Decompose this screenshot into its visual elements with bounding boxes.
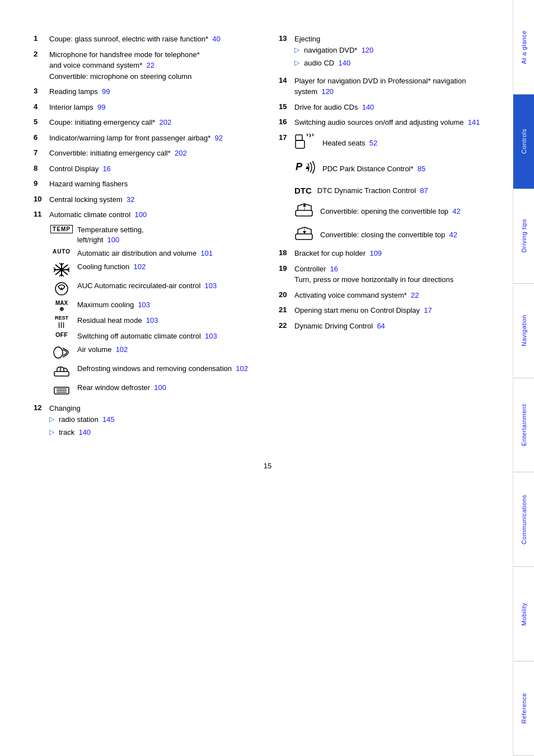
list-item: 4 Interior lamps 99 bbox=[34, 102, 256, 113]
sidebar-tab-entertainment[interactable]: Entertainment bbox=[513, 378, 534, 473]
sub-arrow-item: ▷ radio station 145 bbox=[49, 414, 256, 425]
sub-arrow-item: ▷ track 140 bbox=[49, 427, 256, 438]
item-content: Switching audio sources on/off and adjus… bbox=[294, 117, 502, 128]
item-content: Bracket for cup holder 109 bbox=[294, 248, 502, 259]
sidebar-tab-label: Reference bbox=[521, 689, 527, 727]
item-number: 22 bbox=[279, 321, 294, 332]
sidebar-tab-label: Navigation bbox=[521, 311, 527, 350]
list-item: 8 Control Display 16 bbox=[34, 163, 256, 175]
item-number: 3 bbox=[34, 86, 49, 97]
list-item: 14 Player for navigation DVD in Professi… bbox=[279, 76, 502, 97]
climate-sub-item: Rear window defroster 100 bbox=[49, 383, 256, 398]
item-content: Drive for audio CDs 140 bbox=[294, 102, 502, 113]
item-content: Interior lamps 99 bbox=[49, 102, 256, 113]
svg-point-15 bbox=[54, 347, 63, 358]
arrow-icon: ▷ bbox=[294, 58, 299, 69]
sub-label: Defrosting windows and removing condensa… bbox=[77, 364, 248, 374]
sidebar-tab-mobility[interactable]: Mobility bbox=[513, 567, 534, 661]
svg-text:P: P bbox=[296, 161, 303, 172]
climate-sub-items: TEMP Temperature setting,left/right 100 … bbox=[49, 225, 256, 399]
air-volume-icon bbox=[49, 345, 74, 360]
off-icon: OFF bbox=[49, 331, 74, 338]
dtc-icon: DTC bbox=[294, 185, 312, 198]
list-item: 20 Activating voice command system* 22 bbox=[279, 290, 502, 301]
item-content: Automatic climate control 100 bbox=[49, 209, 256, 220]
list-item: 17 bbox=[279, 133, 502, 244]
list-item: 16 Switching audio sources on/off and ad… bbox=[279, 117, 502, 128]
item-number: 1 bbox=[34, 34, 49, 45]
sub-label: Residual heat mode 103 bbox=[77, 316, 158, 326]
list-item: 22 Dynamic Driving Control 64 bbox=[279, 321, 502, 332]
svg-rect-29 bbox=[296, 210, 312, 216]
svg-rect-26 bbox=[296, 135, 302, 140]
item-content: Dynamic Driving Control 64 bbox=[294, 321, 502, 332]
climate-sub-item: MAX ❄ Maximum cooling 103 bbox=[49, 300, 256, 312]
item-content: Hazard warning flashers bbox=[49, 179, 256, 190]
item-number: 17 bbox=[279, 133, 294, 244]
sidebar-tab-navigation[interactable]: Navigation bbox=[513, 284, 534, 378]
sidebar-tab-label: Communications bbox=[521, 491, 527, 548]
item-number: 14 bbox=[279, 76, 294, 97]
page-number: 15 bbox=[34, 462, 502, 470]
climate-sub-item: Air volume 102 bbox=[49, 345, 256, 360]
left-column: 1 Coupe: glass sunroof, electric with ra… bbox=[34, 34, 262, 445]
item-number: 4 bbox=[34, 102, 49, 113]
climate-sub-item: AUTO Automatic air distribution and volu… bbox=[49, 248, 256, 259]
list-item: 1 Coupe: glass sunroof, electric with ra… bbox=[34, 34, 256, 45]
item-number: 16 bbox=[279, 117, 294, 128]
climate-sub-item: TEMP Temperature setting,left/right 100 bbox=[49, 225, 256, 245]
sidebar-tab-driving-tips[interactable]: Driving tips bbox=[513, 189, 534, 284]
sub-label: Air volume 102 bbox=[77, 345, 128, 355]
list-item: 18 Bracket for cup holder 109 bbox=[279, 248, 502, 259]
arrow-icon: ▷ bbox=[49, 427, 54, 438]
list-item: 15 Drive for audio CDs 140 bbox=[279, 102, 502, 113]
sidebar-tab-label: Entertainment bbox=[521, 401, 527, 449]
climate-sub-item: Cooling function 102 bbox=[49, 262, 256, 278]
auto-icon: AUTO bbox=[49, 248, 74, 255]
list-item: 19 Controller 16 Turn, press or move hor… bbox=[279, 264, 502, 285]
sub-label: Cooling function 102 bbox=[77, 262, 146, 272]
climate-sub-item: OFF Switching off automatic climate cont… bbox=[49, 331, 256, 341]
item-number: 21 bbox=[279, 305, 294, 316]
svg-rect-25 bbox=[296, 140, 305, 148]
item-content: Changing ▷ radio station 145 ▷ track 140 bbox=[49, 403, 256, 440]
heated-seat-icon bbox=[294, 133, 317, 154]
item-content: Ejecting ▷ navigation DVD* 120 ▷ audio C… bbox=[294, 34, 502, 71]
sidebar-tab-at-a-glance[interactable]: At a glance bbox=[513, 0, 534, 95]
defrost-rear-icon bbox=[49, 383, 74, 398]
item-number: 8 bbox=[34, 163, 49, 175]
item-number: 18 bbox=[279, 248, 294, 259]
svg-rect-32 bbox=[296, 234, 312, 240]
temp-icon: TEMP bbox=[49, 225, 74, 233]
arrow-icon: ▷ bbox=[294, 45, 299, 56]
item-number: 15 bbox=[279, 102, 294, 113]
item-number: 10 bbox=[34, 194, 49, 205]
sidebar-tab-label: At a glance bbox=[521, 27, 527, 68]
sub-label: Switching off automatic climate control … bbox=[77, 331, 217, 341]
list-item: 2 Microphone for handsfree mode for tele… bbox=[34, 49, 256, 82]
sub-label: Rear window defroster 100 bbox=[77, 383, 166, 393]
sidebar-tab-controls[interactable]: Controls bbox=[513, 95, 534, 189]
list-item: 12 Changing ▷ radio station 145 ▷ track … bbox=[34, 403, 256, 440]
list-item: 10 Central locking system 32 bbox=[34, 194, 256, 205]
sidebar-tab-communications[interactable]: Communications bbox=[513, 472, 534, 567]
list-item: 9 Hazard warning flashers bbox=[34, 179, 256, 190]
item-content: Control Display 16 bbox=[49, 163, 256, 175]
item-content: Microphone for handsfree mode for teleph… bbox=[49, 49, 256, 82]
pdc-icon: P bbox=[294, 159, 317, 179]
item-number: 13 bbox=[279, 34, 294, 71]
sidebar-tab-label: Mobility bbox=[521, 599, 527, 629]
right-column: 13 Ejecting ▷ navigation DVD* 120 ▷ audi… bbox=[273, 34, 502, 445]
sidebar-tab-reference[interactable]: Reference bbox=[513, 661, 534, 756]
arrow-icon: ▷ bbox=[49, 414, 54, 425]
item-number: 6 bbox=[34, 133, 49, 144]
defrost-front-icon bbox=[49, 364, 74, 379]
item-number: 7 bbox=[34, 148, 49, 159]
item-content: Controller 16 Turn, press or move horizo… bbox=[294, 264, 502, 285]
list-item: 3 Reading lamps 99 bbox=[34, 86, 256, 97]
climate-sub-item: A AUC Automatic recirculated-air control… bbox=[49, 281, 256, 297]
item-content: Heated seats 52 P bbox=[294, 133, 502, 244]
sub-label: AUC Automatic recirculated-air control 1… bbox=[77, 281, 217, 291]
list-item: 7 Convertible: initiating emergency call… bbox=[34, 148, 256, 159]
item-number: 19 bbox=[279, 264, 294, 285]
